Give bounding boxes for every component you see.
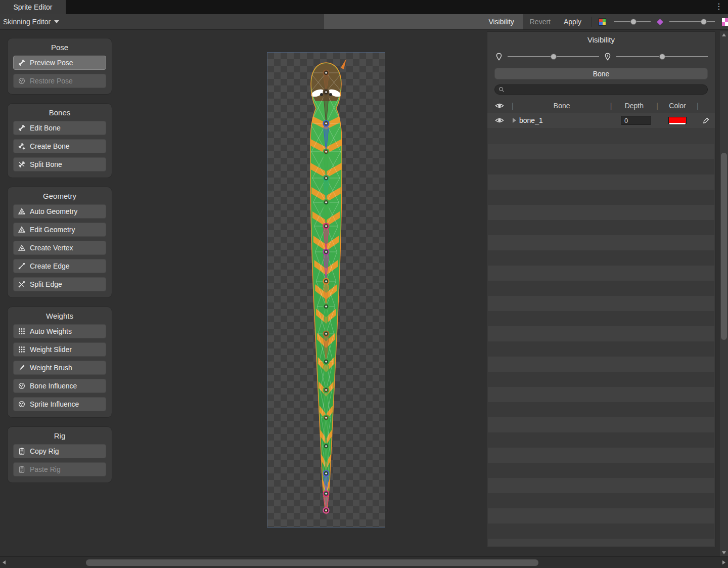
- slider-knob[interactable]: [659, 54, 665, 60]
- preview-pose-label: Preview Pose: [30, 59, 73, 67]
- edit-bone-button[interactable]: Edit Bone: [13, 121, 106, 135]
- sprite-influence-button[interactable]: Sprite Influence: [13, 397, 106, 411]
- color-grid-icon[interactable]: [599, 18, 606, 26]
- texture-preview-icon[interactable]: [722, 18, 728, 26]
- bone-column-header: Bone: [514, 102, 610, 110]
- edit-geometry-label: Edit Geometry: [30, 226, 75, 234]
- bone-color-swatch[interactable]: [668, 117, 687, 124]
- eye-icon: [333, 0, 485, 60]
- bone-opacity-slider[interactable]: [508, 53, 599, 61]
- bone-influence-button[interactable]: Bone Influence: [13, 379, 106, 393]
- slider-knob[interactable]: [630, 19, 636, 25]
- slider-knob[interactable]: [551, 54, 557, 60]
- bone-table-header: | Bone | Depth | Color |: [487, 100, 715, 112]
- bone-search-input[interactable]: [507, 86, 704, 94]
- weights-panel: Weights Auto Weights Weight Slider Weigh…: [7, 307, 112, 418]
- bone-visibility-toggle[interactable]: [487, 116, 512, 125]
- visibility-panel-title: Visibility: [487, 32, 715, 44]
- bones-panel: Bones Edit Bone Create Bone Split Bone: [7, 103, 112, 178]
- edit-bone-label: Edit Bone: [30, 124, 61, 132]
- create-vertex-label: Create Vertex: [30, 244, 73, 252]
- paste-rig-button[interactable]: Paste Rig: [13, 462, 106, 476]
- visibility-sliders-row: [494, 52, 708, 61]
- visibility-toggle-button[interactable]: Visibility: [324, 14, 523, 29]
- mesh-visibility-slider[interactable]: [616, 53, 708, 61]
- weights-panel-title: Weights: [13, 312, 106, 320]
- copy-rig-button[interactable]: Copy Rig: [13, 444, 106, 458]
- color-column-header: Color: [658, 102, 697, 110]
- header-divider: |: [697, 102, 715, 110]
- sprite-opacity-slider[interactable]: [614, 18, 651, 26]
- tools-sidebar: Pose Preview Pose Restore Pose Bones Edi…: [7, 38, 112, 483]
- edit-geometry-icon: [18, 226, 26, 234]
- bone-influence-icon: [18, 382, 26, 390]
- depth-input[interactable]: [621, 116, 651, 125]
- vertical-scrollbar[interactable]: [720, 31, 728, 556]
- slider-track: [669, 21, 715, 22]
- split-edge-button[interactable]: Split Edge: [13, 277, 106, 291]
- tab-sprite-editor[interactable]: Sprite Editor: [0, 0, 66, 14]
- scroll-down-arrow[interactable]: [722, 551, 726, 554]
- bone-influence-label: Bone Influence: [30, 382, 77, 390]
- revert-button[interactable]: Revert: [523, 14, 557, 29]
- weight-brush-label: Weight Brush: [30, 364, 72, 372]
- horizontal-scroll-thumb[interactable]: [86, 559, 538, 566]
- bone-search-field[interactable]: [494, 84, 708, 95]
- scroll-up-arrow[interactable]: [722, 33, 726, 36]
- create-edge-button[interactable]: Create Edge: [13, 259, 106, 273]
- weight-slider-icon: [18, 345, 26, 354]
- vertical-scroll-thumb[interactable]: [721, 153, 727, 340]
- mesh-opacity-slider[interactable]: [669, 18, 715, 26]
- create-vertex-button[interactable]: Create Vertex: [13, 241, 106, 255]
- restore-pose-icon: [18, 77, 26, 85]
- snake-tongue: [341, 59, 346, 69]
- weight-slider-label: Weight Slider: [30, 345, 72, 354]
- toolbar-divider: [591, 17, 592, 27]
- restore-pose-button[interactable]: Restore Pose: [13, 74, 106, 88]
- chevron-down-icon: [54, 20, 59, 23]
- pose-panel-title: Pose: [13, 43, 106, 52]
- bone-tab[interactable]: Bone: [494, 68, 708, 79]
- slider-knob[interactable]: [701, 19, 707, 25]
- geometry-panel-title: Geometry: [13, 192, 106, 200]
- split-bone-button[interactable]: Split Bone: [13, 157, 106, 171]
- scroll-right-arrow[interactable]: [722, 560, 725, 564]
- auto-weights-icon: [18, 327, 26, 335]
- bone-opacity-icon: [494, 52, 504, 61]
- depth-column-header: Depth: [612, 102, 656, 110]
- mesh-color-icon[interactable]: [657, 19, 663, 25]
- preview-pose-button[interactable]: Preview Pose: [13, 56, 106, 70]
- editor-mode-label: Skinning Editor: [3, 18, 51, 26]
- bone-row[interactable]: bone_1: [487, 113, 715, 128]
- mesh-visibility-icon: [603, 52, 612, 61]
- split-bone-label: Split Bone: [30, 160, 62, 168]
- visibility-panel: Visibility Bone | Bone: [487, 31, 715, 547]
- create-edge-label: Create Edge: [30, 262, 70, 270]
- eyedropper-icon[interactable]: [697, 117, 715, 124]
- auto-geometry-button[interactable]: Auto Geometry: [13, 204, 106, 219]
- bone-tab-label: Bone: [593, 70, 610, 78]
- auto-weights-label: Auto Weights: [30, 327, 72, 335]
- geometry-panel: Geometry Auto Geometry Edit Geometry Cre…: [7, 187, 112, 298]
- sprite-canvas[interactable]: [267, 52, 385, 528]
- apply-button[interactable]: Apply: [557, 14, 588, 29]
- auto-geometry-label: Auto Geometry: [30, 207, 77, 215]
- weight-slider-button[interactable]: Weight Slider: [13, 342, 106, 357]
- auto-weights-button[interactable]: Auto Weights: [13, 324, 106, 338]
- split-edge-label: Split Edge: [30, 280, 62, 288]
- create-bone-button[interactable]: Create Bone: [13, 139, 106, 153]
- editor-mode-dropdown[interactable]: Skinning Editor: [0, 14, 64, 29]
- expand-caret-icon[interactable]: [513, 118, 516, 123]
- scroll-left-arrow[interactable]: [3, 560, 6, 564]
- create-bone-label: Create Bone: [30, 142, 70, 150]
- weight-brush-button[interactable]: Weight Brush: [13, 361, 106, 375]
- rig-panel-title: Rig: [13, 431, 106, 440]
- pose-panel: Pose Preview Pose Restore Pose: [7, 38, 112, 95]
- eye-icon: [495, 116, 504, 125]
- restore-pose-label: Restore Pose: [30, 77, 73, 85]
- edit-geometry-button[interactable]: Edit Geometry: [13, 223, 106, 237]
- auto-geometry-icon: [18, 207, 26, 215]
- tab-sprite-editor-label: Sprite Editor: [13, 3, 52, 11]
- overflow-menu-button[interactable]: ⋮: [715, 2, 723, 11]
- horizontal-scrollbar[interactable]: [0, 556, 728, 568]
